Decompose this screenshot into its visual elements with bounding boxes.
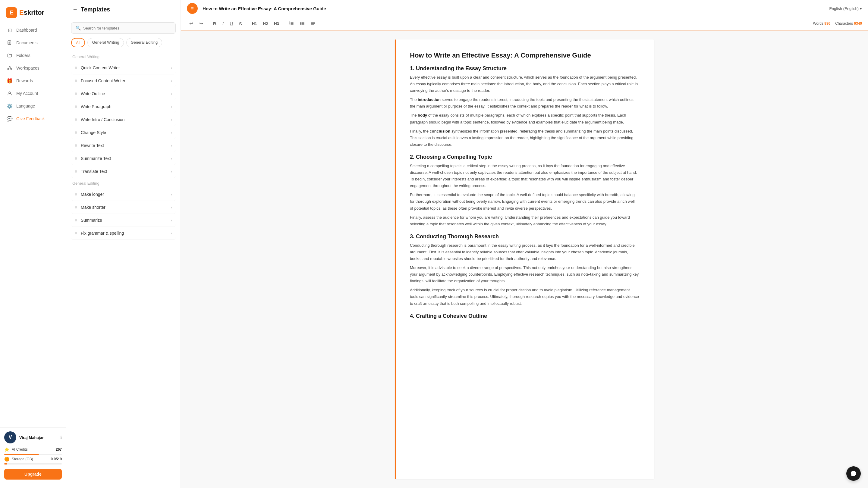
- template-name: Summarize: [81, 218, 102, 223]
- storage-progress-fill: [4, 463, 7, 464]
- sidebar-item-my-account[interactable]: My Account: [3, 87, 63, 99]
- template-item-write-intro-conclusion[interactable]: Write Intro / Conclusion ›: [71, 113, 176, 126]
- template-name: Make shorter: [81, 205, 105, 210]
- chat-fab-button[interactable]: [846, 466, 861, 481]
- template-item-summarize[interactable]: Summarize ›: [71, 214, 176, 227]
- sidebar-item-label: Dashboard: [16, 28, 37, 33]
- rewards-icon: 🎁: [7, 78, 13, 84]
- template-item-write-paragraph[interactable]: Write Paragraph ›: [71, 100, 176, 113]
- h3-button[interactable]: H3: [272, 20, 281, 27]
- filter-tab-general-editing[interactable]: General Editing: [126, 38, 162, 47]
- back-button[interactable]: ←: [72, 6, 78, 13]
- template-dot: [75, 105, 77, 108]
- templates-list: General Writing Quick Content Writer › F…: [66, 52, 181, 488]
- template-item-focused-content-writer[interactable]: Focused Content Writer ›: [71, 74, 176, 87]
- strikethrough-button[interactable]: S: [237, 20, 244, 27]
- credits-row: ⭐ AI Credits 267: [4, 447, 62, 452]
- filter-tab-all[interactable]: All: [71, 38, 85, 47]
- svg-point-6: [10, 68, 12, 70]
- editor-document[interactable]: How to Write an Effective Essay: A Compr…: [395, 39, 654, 479]
- template-item-make-shorter[interactable]: Make shorter ›: [71, 201, 176, 214]
- storage-icon: 🟠: [4, 457, 9, 461]
- language-label: English (English): [829, 6, 859, 11]
- credits-progress-fill: [4, 454, 39, 455]
- chevron-right-icon: ›: [170, 91, 172, 96]
- storage-label: Storage (GB): [12, 457, 33, 461]
- sidebar-item-label: Language: [16, 104, 35, 108]
- template-item-fix-grammar[interactable]: Fix grammar & spelling ›: [71, 227, 176, 240]
- template-item-translate-text[interactable]: Translate Text ›: [71, 165, 176, 178]
- template-dot: [75, 157, 77, 160]
- doc-paragraph: Conducting thorough research is paramoun…: [410, 242, 639, 262]
- template-item-write-outline[interactable]: Write Outline ›: [71, 87, 176, 100]
- sidebar-item-dashboard[interactable]: ⊡ Dashboard: [3, 24, 63, 36]
- svg-point-17: [300, 22, 301, 23]
- storage-progress-bg: [4, 463, 62, 464]
- template-name: Translate Text: [81, 169, 107, 174]
- editor-toolbar: ↩ ↪ B I U S H1 H2 H3 123 Words 936 Chara…: [181, 17, 868, 30]
- template-item-change-style[interactable]: Change Style ›: [71, 126, 176, 139]
- editor-topbar: ≡ How to Write an Effective Essay: A Com…: [181, 0, 868, 17]
- template-item-rewrite-text[interactable]: Rewrite Text ›: [71, 139, 176, 152]
- filter-tab-general-writing[interactable]: General Writing: [87, 38, 124, 47]
- doc-paragraph: Selecting a compelling topic is a critic…: [410, 163, 639, 189]
- sidebar-item-label: Folders: [16, 53, 30, 58]
- template-dot: [75, 144, 77, 147]
- search-input[interactable]: [83, 26, 171, 30]
- search-box[interactable]: 🔍: [71, 22, 176, 34]
- upgrade-button[interactable]: Upgrade: [4, 469, 62, 480]
- word-count: Words 936 Characters 6340: [813, 22, 862, 26]
- template-name: Quick Content Writer: [81, 65, 120, 70]
- italic-button[interactable]: I: [220, 20, 226, 27]
- template-name: Make longer: [81, 192, 104, 197]
- template-dot: [75, 219, 77, 221]
- toolbar-separator: [208, 21, 208, 27]
- logo-icon: E: [6, 7, 17, 18]
- sidebar-item-label: My Account: [16, 91, 38, 96]
- chevron-right-icon: ›: [170, 231, 172, 235]
- avatar: V: [4, 431, 16, 444]
- template-item-make-longer[interactable]: Make longer ›: [71, 188, 176, 201]
- sidebar: E Eskritor ⊡ Dashboard Documents Folders…: [0, 0, 66, 488]
- svg-text:3: 3: [289, 24, 290, 25]
- h1-button[interactable]: H1: [250, 20, 259, 27]
- template-dot: [75, 79, 77, 82]
- sidebar-item-rewards[interactable]: 🎁 Rewards: [3, 75, 63, 87]
- user-name: Viraj Mahajan: [19, 435, 44, 440]
- svg-point-4: [9, 67, 10, 68]
- bold-button[interactable]: B: [211, 20, 219, 27]
- language-arrow-icon: ▾: [860, 6, 862, 11]
- sidebar-item-workspaces[interactable]: Workspaces: [3, 62, 63, 74]
- svg-point-5: [7, 68, 9, 70]
- h2-button[interactable]: H2: [261, 20, 271, 27]
- template-name: Summarize Text: [81, 156, 111, 161]
- doc-paragraph: Additionally, keeping track of your sour…: [410, 287, 639, 307]
- info-icon[interactable]: ℹ: [60, 435, 62, 440]
- word-count-label: Words 936: [813, 22, 830, 26]
- language-selector[interactable]: English (English) ▾: [829, 6, 862, 11]
- section-heading-4: 4. Crafting a Cohesive Outline: [410, 313, 639, 319]
- editor-content-wrap: How to Write an Effective Essay: A Compr…: [181, 30, 868, 488]
- doc-title: How to Write an Effective Essay: A Compr…: [203, 6, 824, 11]
- sidebar-item-give-feedback[interactable]: 💬 Give Feedback: [3, 113, 63, 125]
- give-feedback-icon: 💬: [7, 116, 13, 122]
- sidebar-item-documents[interactable]: Documents: [3, 37, 63, 49]
- unordered-list-button[interactable]: [298, 20, 307, 27]
- chevron-right-icon: ›: [170, 65, 172, 70]
- ordered-list-button[interactable]: 123: [287, 20, 296, 27]
- sidebar-item-folders[interactable]: Folders: [3, 50, 63, 61]
- template-item-summarize-text[interactable]: Summarize Text ›: [71, 152, 176, 165]
- char-count-value: 6340: [854, 22, 862, 26]
- doc-paragraph: The introduction serves to engage the re…: [410, 96, 639, 110]
- align-button[interactable]: [308, 20, 318, 27]
- sidebar-item-language[interactable]: ⚙️ Language: [3, 100, 63, 112]
- template-item-quick-content-writer[interactable]: Quick Content Writer ›: [71, 61, 176, 74]
- documents-icon: [7, 40, 13, 46]
- doc-main-title: How to Write an Effective Essay: A Compr…: [410, 52, 639, 59]
- sidebar-item-label: Documents: [16, 40, 38, 45]
- template-name: Write Paragraph: [81, 104, 112, 109]
- undo-button[interactable]: ↩: [187, 20, 195, 27]
- redo-button[interactable]: ↪: [197, 20, 206, 27]
- svg-point-7: [9, 92, 10, 94]
- underline-button[interactable]: U: [227, 20, 236, 27]
